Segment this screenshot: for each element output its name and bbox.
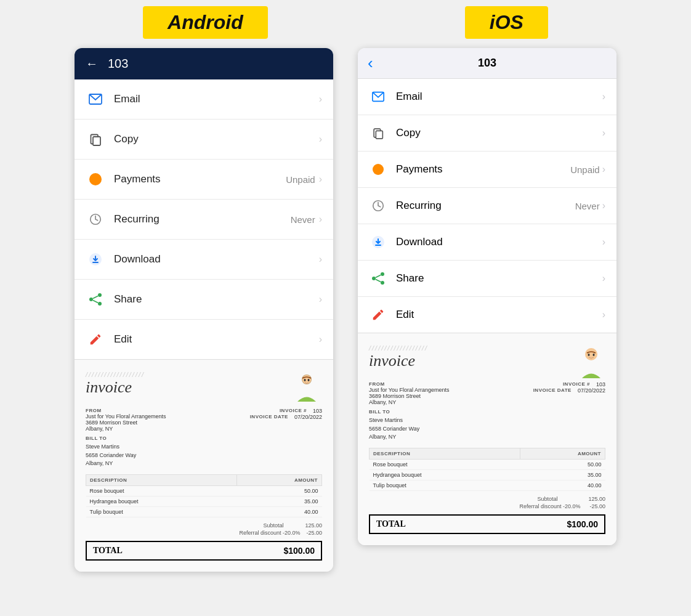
table-row: Tulip bouquet 40.00 bbox=[86, 506, 322, 517]
android-menu-copy[interactable]: Copy › bbox=[75, 120, 333, 160]
ios-invoice-num-label: INVOICE # bbox=[563, 381, 590, 387]
android-total-row: TOTAL $100.00 bbox=[86, 541, 322, 561]
ios-share-label: Share bbox=[396, 272, 602, 285]
android-row2-desc: Hydrangea bouquet bbox=[86, 496, 237, 506]
android-invoice-preview: /////////////////// invoice bbox=[75, 359, 333, 572]
android-recurring-chevron: › bbox=[319, 214, 322, 225]
ios-download-label: Download bbox=[396, 236, 602, 248]
android-menu-payments[interactable]: Payments Unpaid › bbox=[75, 160, 333, 200]
ios-screen-title: 103 bbox=[478, 57, 496, 70]
svg-point-11 bbox=[302, 375, 311, 384]
android-download-label: Download bbox=[114, 253, 319, 265]
android-menu-download[interactable]: Download › bbox=[75, 240, 333, 280]
ios-menu-recurring[interactable]: Recurring Never › bbox=[358, 188, 616, 224]
svg-point-26 bbox=[593, 354, 595, 356]
android-discount: Referral discount -20.0% -25.00 bbox=[86, 530, 322, 536]
android-payments-value: Unpaid bbox=[286, 174, 315, 185]
ios-row3-amount: 40.00 bbox=[520, 480, 605, 490]
ios-bill-to-info: Steve Martins5658 Coriander WayAlbany, N… bbox=[369, 416, 605, 442]
ios-menu-download[interactable]: Download › bbox=[358, 224, 616, 261]
android-invoice-title: invoice bbox=[86, 378, 145, 397]
android-bill-to-info: Steve Martins5658 Coriander WayAlbany, N… bbox=[86, 443, 322, 468]
ios-menu-email[interactable]: Email › bbox=[358, 79, 616, 115]
android-from-name: Just for You Floral Arrangements bbox=[86, 413, 166, 419]
ios-email-icon bbox=[369, 87, 387, 106]
android-payments-chevron: › bbox=[319, 174, 322, 185]
android-from-address: 3689 Morrison Street bbox=[86, 419, 166, 426]
ios-label: iOS bbox=[490, 11, 523, 33]
svg-point-12 bbox=[304, 379, 306, 381]
android-invoice-num: 103 bbox=[313, 408, 322, 414]
android-badge: Android bbox=[143, 6, 268, 39]
android-invoice-table: DESCRIPTION AMOUNT Rose bouquet 50.00 Hy… bbox=[86, 474, 322, 517]
android-menu-email[interactable]: Email › bbox=[75, 79, 333, 120]
android-row3-amount: 40.00 bbox=[237, 506, 322, 517]
android-email-label: Email bbox=[114, 93, 319, 105]
android-bill-to-label: BILL TO bbox=[86, 436, 322, 441]
android-download-chevron: › bbox=[319, 254, 322, 265]
android-from-city: Albany, NY bbox=[86, 426, 166, 432]
android-invoice-num-label: INVOICE # bbox=[280, 408, 307, 414]
ios-row2-amount: 35.00 bbox=[520, 469, 605, 480]
ios-badge: iOS bbox=[465, 6, 548, 39]
ios-menu-share[interactable]: Share › bbox=[358, 261, 616, 297]
ios-copy-label: Copy bbox=[396, 127, 602, 139]
ios-invoice-table: DESCRIPTION AMOUNT Rose bouquet 50.00 Hy… bbox=[369, 448, 605, 491]
android-label: Android bbox=[168, 11, 243, 33]
ios-payments-value: Unpaid bbox=[570, 164, 600, 175]
svg-point-5 bbox=[89, 298, 93, 301]
ios-download-icon bbox=[369, 233, 387, 251]
ios-phone: ‹ 103 Email › Copy › bbox=[358, 48, 616, 545]
ios-back-button[interactable]: ‹ bbox=[368, 54, 373, 73]
ios-recurring-label: Recurring bbox=[396, 200, 575, 212]
ios-invoice-date-label: INVOICE DATE bbox=[533, 387, 572, 394]
android-menu-recurring[interactable]: Recurring Never › bbox=[75, 200, 333, 240]
ios-edit-label: Edit bbox=[396, 309, 602, 321]
ios-invoice-title: invoice bbox=[369, 352, 428, 370]
android-row1-desc: Rose bouquet bbox=[86, 485, 237, 496]
android-menu-edit[interactable]: Edit › bbox=[75, 320, 333, 359]
ios-menu-copy[interactable]: Copy › bbox=[358, 115, 616, 152]
svg-line-23 bbox=[376, 280, 381, 282]
android-invoice-character bbox=[291, 371, 322, 402]
ios-total-row: TOTAL $100.00 bbox=[369, 514, 605, 534]
android-menu-share[interactable]: Share › bbox=[75, 280, 333, 320]
ios-menu-payments[interactable]: Payments Unpaid › bbox=[358, 152, 616, 188]
ios-total-label: TOTAL bbox=[376, 519, 406, 529]
android-total-value: $100.00 bbox=[283, 546, 315, 556]
email-icon bbox=[86, 89, 105, 109]
ios-invoice-date: 07/20/2022 bbox=[578, 387, 605, 394]
android-back-button[interactable]: ← bbox=[86, 57, 98, 71]
ios-menu-edit[interactable]: Edit › bbox=[358, 297, 616, 333]
svg-point-20 bbox=[381, 272, 384, 276]
svg-point-21 bbox=[381, 281, 384, 285]
android-screen-title: 103 bbox=[108, 57, 128, 71]
table-row: Rose bouquet 50.00 bbox=[370, 459, 605, 469]
svg-point-13 bbox=[308, 379, 310, 381]
ios-copy-chevron: › bbox=[602, 128, 605, 139]
copy-icon bbox=[86, 129, 105, 149]
android-from-label: FROM bbox=[86, 408, 166, 413]
ios-subtotal: Subtotal 125.00 bbox=[369, 496, 605, 502]
android-row2-amount: 35.00 bbox=[237, 496, 322, 506]
ios-payments-chevron: › bbox=[602, 164, 605, 175]
ios-edit-chevron: › bbox=[602, 309, 605, 320]
ios-from-name: Just for You Floral Arrangements bbox=[369, 387, 450, 393]
ios-share-chevron: › bbox=[602, 273, 605, 284]
ios-total-value: $100.00 bbox=[567, 519, 598, 529]
svg-point-19 bbox=[372, 277, 376, 280]
ios-row2-desc: Hydrangea bouquet bbox=[370, 469, 520, 480]
svg-line-9 bbox=[93, 301, 98, 303]
ios-desc-header: DESCRIPTION bbox=[370, 448, 520, 459]
ios-row3-desc: Tulip bouquet bbox=[370, 480, 520, 490]
svg-point-7 bbox=[98, 302, 102, 306]
android-header: ← 103 bbox=[75, 48, 333, 79]
android-copy-label: Copy bbox=[114, 133, 319, 145]
ios-invoice-character bbox=[575, 344, 605, 375]
android-row3-desc: Tulip bouquet bbox=[86, 506, 237, 517]
ios-share-icon bbox=[369, 269, 387, 288]
table-row: Hydrangea bouquet 35.00 bbox=[370, 469, 605, 480]
table-row: Hydrangea bouquet 35.00 bbox=[86, 496, 322, 506]
ios-row1-desc: Rose bouquet bbox=[370, 459, 520, 469]
svg-rect-15 bbox=[376, 131, 382, 139]
